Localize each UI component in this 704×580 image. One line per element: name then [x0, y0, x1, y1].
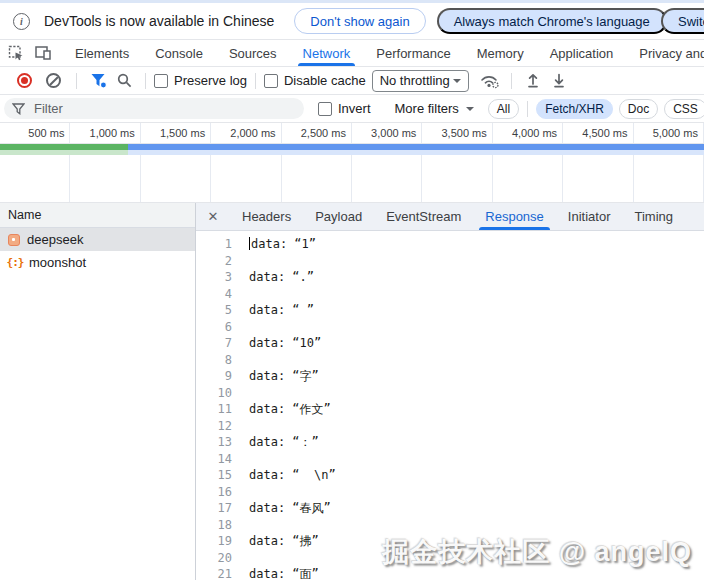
response-line: 8 — [196, 352, 704, 369]
response-line: 16 — [196, 484, 704, 501]
tab-payload[interactable]: Payload — [303, 203, 374, 230]
response-line: 18 — [196, 517, 704, 534]
timeline-tick: 4,000 ms — [493, 123, 563, 143]
disable-cache-checkbox[interactable] — [264, 74, 278, 88]
infobar-message: DevTools is now available in Chinese — [44, 13, 274, 29]
timeline-ruler[interactable]: 500 ms1,000 ms1,500 ms2,000 ms2,500 ms3,… — [0, 123, 704, 144]
network-toolbar: Preserve log Disable cache No throttling — [0, 67, 704, 95]
network-overview[interactable] — [0, 144, 704, 203]
filter-pill-all[interactable]: All — [488, 99, 519, 119]
response-line: 9data: “字” — [196, 368, 704, 385]
filter-pill-doc[interactable]: Doc — [619, 99, 658, 119]
line-content: data: “春风” — [249, 500, 331, 517]
clear-network-log-icon[interactable] — [46, 73, 61, 88]
inspect-element-icon[interactable] — [7, 41, 25, 65]
line-content: data: “ ” — [249, 303, 314, 317]
line-number: 16 — [196, 485, 232, 499]
line-number: 18 — [196, 518, 232, 532]
disable-cache-toggle[interactable]: Disable cache — [264, 73, 366, 88]
response-line: 12 — [196, 418, 704, 435]
network-filter-bar: Invert More filters AllFetch/XHRDocCSSJS — [0, 95, 704, 123]
timeline-tick: 2,000 ms — [211, 123, 281, 143]
response-line: 5data: “ ” — [196, 302, 704, 319]
timeline-tick: 3,000 ms — [352, 123, 422, 143]
response-line: 1data: “1” — [196, 236, 704, 253]
tab-timing[interactable]: Timing — [622, 203, 685, 230]
switch-language-button[interactable]: Switch D — [661, 8, 704, 34]
record-network-log-icon[interactable] — [17, 73, 32, 88]
filter-input[interactable] — [32, 100, 276, 117]
info-icon: i — [13, 13, 30, 30]
toolbar-icon-group — [0, 40, 58, 66]
response-line: 11data: “作文” — [196, 401, 704, 418]
tab-eventstream[interactable]: EventStream — [374, 203, 473, 230]
tab-headers[interactable]: Headers — [230, 203, 303, 230]
line-content: data: “1” — [249, 237, 316, 251]
preserve-log-checkbox[interactable] — [154, 74, 168, 88]
timeline-tick: 1,000 ms — [70, 123, 140, 143]
line-content: data: “10” — [249, 336, 321, 350]
filter-funnel-small-icon — [12, 103, 25, 115]
timeline-tick: 5,000 ms — [634, 123, 704, 143]
response-line: 19data: “拂” — [196, 533, 704, 550]
dont-show-again-button[interactable]: Don't show again — [294, 8, 425, 34]
preserve-log-toggle[interactable]: Preserve log — [154, 73, 247, 88]
line-number: 17 — [196, 501, 232, 515]
line-content: data: “字” — [249, 368, 319, 385]
request-row-deepseek[interactable]: deepseek — [0, 228, 195, 251]
line-number: 20 — [196, 551, 232, 565]
timeline-tick: 4,500 ms — [563, 123, 633, 143]
tab-memory[interactable]: Memory — [464, 40, 537, 66]
timeline-tick: 2,500 ms — [282, 123, 352, 143]
name-column-header[interactable]: Name — [0, 203, 195, 228]
text-cursor — [249, 237, 250, 250]
filter-input-box[interactable] — [4, 98, 304, 119]
throttling-select[interactable]: No throttling — [372, 70, 469, 92]
tab-network[interactable]: Network — [290, 40, 364, 66]
always-match-language-button[interactable]: Always match Chrome's language — [437, 8, 667, 34]
line-content: data: “ \n” — [249, 468, 336, 482]
response-line: 21data: “面” — [196, 566, 704, 580]
line-content: data: “.” — [249, 270, 314, 284]
devtools-window: { "banner": { "message": "DevTools is no… — [0, 0, 704, 580]
line-content: data: “拂” — [249, 533, 319, 550]
device-toolbar-icon[interactable] — [34, 41, 52, 65]
tab-application[interactable]: Application — [537, 40, 627, 66]
response-line: 17data: “春风” — [196, 500, 704, 517]
response-body-view[interactable]: 1data: “1”23data: “.”45data: “ ”67data: … — [196, 231, 704, 580]
line-number: 8 — [196, 353, 232, 367]
export-har-icon[interactable] — [546, 69, 572, 93]
line-number: 11 — [196, 402, 232, 416]
network-conditions-icon[interactable] — [477, 69, 503, 93]
toolbar-divider — [511, 73, 512, 89]
tab-privacy-and-security[interactable]: Privacy and security — [626, 40, 704, 66]
toolbar-divider — [76, 73, 77, 89]
line-number: 9 — [196, 369, 232, 383]
tab-response[interactable]: Response — [473, 203, 556, 230]
filter-pill-css[interactable]: CSS — [664, 99, 704, 119]
invert-checkbox[interactable] — [318, 102, 332, 116]
request-list-panel: Name deepseekmoonshot — [0, 203, 196, 580]
tab-console[interactable]: Console — [142, 40, 216, 66]
overview-bars — [0, 144, 704, 156]
line-content: data: “面” — [249, 566, 319, 580]
tab-elements[interactable]: Elements — [62, 40, 142, 66]
filter-pill-fetch-xhr[interactable]: Fetch/XHR — [536, 99, 613, 119]
import-har-icon[interactable] — [520, 69, 546, 93]
invert-toggle[interactable]: Invert — [318, 101, 371, 116]
tab-sources[interactable]: Sources — [216, 40, 290, 66]
search-icon[interactable] — [111, 69, 137, 93]
tab-initiator[interactable]: Initiator — [556, 203, 623, 230]
line-number: 3 — [196, 270, 232, 284]
line-number: 15 — [196, 468, 232, 482]
request-row-moonshot[interactable]: moonshot — [0, 251, 195, 274]
line-content: data: “作文” — [249, 401, 331, 418]
response-line: 2 — [196, 253, 704, 270]
more-filters-button[interactable]: More filters — [395, 101, 474, 116]
invert-label: Invert — [338, 101, 371, 116]
devtools-tab-bar: ElementsConsoleSourcesNetworkPerformance… — [0, 40, 704, 67]
close-icon[interactable]: ✕ — [196, 203, 230, 230]
toolbar-divider — [255, 73, 256, 89]
filter-funnel-icon[interactable] — [85, 69, 111, 93]
tab-performance[interactable]: Performance — [363, 40, 463, 66]
